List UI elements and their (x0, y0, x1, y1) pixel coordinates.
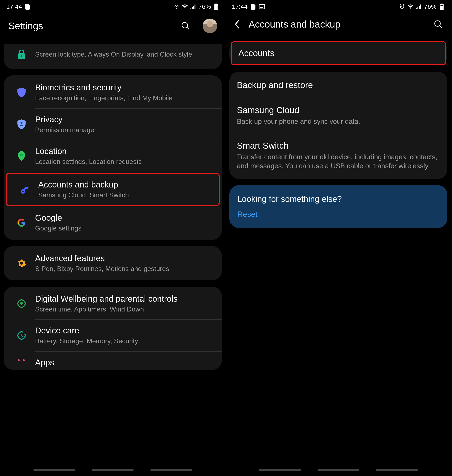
card-backup: Backup and restore Samsung Cloud Back up… (229, 72, 447, 179)
status-time: 17:44 (6, 3, 22, 10)
row-title: Backup and restore (237, 80, 438, 90)
settings-row-privacy[interactable]: Privacy Permission manager (4, 109, 222, 140)
svg-point-8 (22, 191, 24, 192)
row-title: Accounts (238, 48, 436, 59)
card-looking-for: Looking for something else? Reset (229, 185, 447, 228)
nav-recents[interactable] (259, 469, 301, 471)
wifi-icon (407, 4, 413, 10)
row-title: Advanced features (35, 253, 212, 263)
status-battery-pct: 76% (424, 3, 437, 10)
settings-card-advanced: Advanced features S Pen, Bixby Routines,… (4, 246, 222, 280)
row-accounts[interactable]: Accounts (231, 41, 446, 65)
apps-icon (8, 357, 35, 362)
svg-rect-2 (21, 55, 22, 57)
row-subtitle: Transfer content from your old device, i… (237, 153, 438, 170)
settings-row-device-care[interactable]: Device care Battery, Storage, Memory, Se… (4, 320, 222, 351)
row-subtitle: Location settings, Location requests (35, 157, 212, 166)
wifi-icon (182, 4, 188, 10)
row-title: Accounts and backup (38, 180, 209, 189)
search-icon (434, 20, 442, 28)
settings-row-wellbeing[interactable]: Digital Wellbeing and parental controls … (4, 288, 222, 320)
reset-link[interactable]: Reset (237, 210, 439, 219)
row-title: Biometrics and security (35, 83, 212, 92)
sim-icon (250, 4, 256, 10)
battery-icon (213, 4, 219, 10)
row-subtitle: S Pen, Bixby Routines, Motions and gestu… (35, 265, 212, 273)
nav-back[interactable] (150, 469, 192, 471)
settings-row-apps[interactable]: Apps (4, 352, 222, 369)
nav-back[interactable] (376, 469, 418, 471)
phone-right-accounts: 17:44 76% Acc (226, 0, 451, 475)
settings-row-advanced[interactable]: Advanced features S Pen, Bixby Routines,… (4, 248, 222, 279)
svg-rect-14 (440, 5, 443, 6)
alarm-icon (399, 4, 405, 10)
key-icon (11, 185, 38, 195)
row-samsung-cloud[interactable]: Samsung Cloud Back up your phone and syn… (229, 98, 447, 133)
settings-card-lockscreen: Screen lock type, Always On Display, and… (4, 44, 222, 69)
svg-rect-0 (215, 6, 218, 9)
settings-row-location[interactable]: Location Location settings, Location req… (4, 140, 222, 172)
row-title: Privacy (35, 114, 212, 124)
search-button[interactable] (181, 21, 190, 31)
card-accounts: Accounts (229, 41, 447, 65)
search-button[interactable] (434, 20, 443, 29)
status-time: 17:44 (232, 3, 247, 10)
row-title: Digital Wellbeing and parental controls (35, 294, 212, 304)
settings-card-wellbeing: Digital Wellbeing and parental controls … (4, 287, 222, 370)
page-title: Accounts and backup (249, 19, 427, 30)
status-bar: 17:44 76% (0, 0, 226, 13)
divider (35, 172, 222, 172)
status-battery-pct: 76% (199, 3, 211, 10)
row-subtitle: Screen time, App timers, Wind Down (35, 305, 212, 314)
settings-row-biometrics[interactable]: Biometrics and security Face recognition… (4, 77, 222, 108)
row-title: Location (35, 146, 212, 156)
sim-icon (24, 4, 31, 10)
device-care-icon (8, 331, 35, 340)
alarm-icon (173, 4, 180, 10)
row-subtitle: Google settings (35, 224, 212, 233)
settings-row-google[interactable]: Google Google settings (4, 207, 222, 239)
shield-icon (8, 88, 35, 97)
svg-point-11 (18, 359, 20, 361)
image-icon (259, 4, 265, 10)
status-bar: 17:44 76% (226, 0, 451, 13)
nav-home[interactable] (318, 469, 359, 471)
nav-recents[interactable] (33, 469, 75, 471)
svg-point-12 (23, 359, 25, 361)
back-button[interactable] (234, 20, 242, 29)
tip-title: Looking for something else? (237, 194, 439, 204)
row-subtitle: Samsung Cloud, Smart Switch (38, 191, 209, 200)
row-title: Google (35, 213, 212, 223)
settings-row-lockscreen[interactable]: Screen lock type, Always On Display, and… (4, 45, 222, 68)
row-subtitle: Face recognition, Fingerprints, Find My … (35, 94, 212, 103)
row-title: Smart Switch (237, 141, 438, 151)
svg-point-4 (20, 154, 23, 156)
profile-avatar[interactable] (203, 19, 217, 33)
wellbeing-icon (8, 299, 35, 308)
phone-left-settings: 17:44 76% Settings (0, 0, 226, 475)
nav-home[interactable] (92, 469, 134, 471)
privacy-shield-icon (8, 119, 35, 129)
row-smart-switch[interactable]: Smart Switch Transfer content from your … (229, 133, 447, 178)
row-backup-restore[interactable]: Backup and restore (229, 73, 447, 98)
row-subtitle: Screen lock type, Always On Display, and… (35, 50, 212, 59)
signal-icon (190, 4, 196, 10)
settings-card-security: Biometrics and security Face recognition… (4, 75, 222, 240)
search-icon (181, 22, 190, 30)
svg-rect-7 (26, 186, 29, 189)
row-subtitle: Permission manager (35, 126, 212, 134)
row-title: Apps (35, 357, 212, 367)
settings-row-accounts-backup[interactable]: Accounts and backup Samsung Cloud, Smart… (6, 173, 220, 207)
settings-header: Settings (0, 13, 226, 44)
page-title: Settings (8, 20, 175, 32)
row-subtitle: Back up your phone and sync your data. (237, 117, 438, 126)
row-title: Samsung Cloud (237, 105, 438, 116)
row-title: Device care (35, 326, 212, 335)
nav-bar (226, 469, 451, 471)
battery-icon (439, 4, 445, 10)
nav-bar (0, 469, 226, 471)
location-pin-icon (8, 151, 35, 161)
svg-point-3 (20, 122, 23, 124)
accounts-header: Accounts and backup (226, 13, 451, 40)
signal-icon (416, 4, 422, 10)
